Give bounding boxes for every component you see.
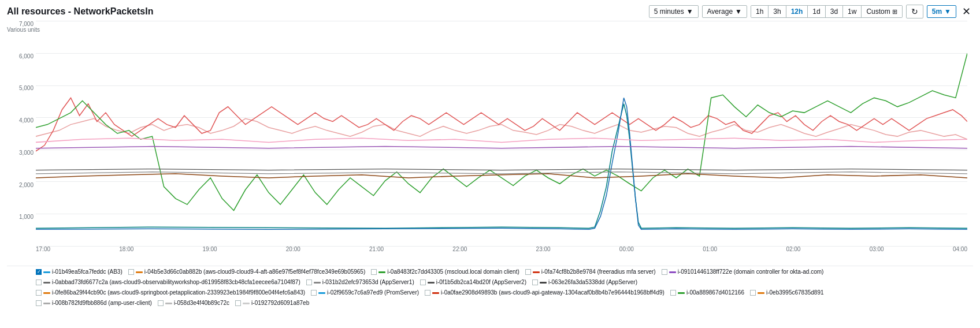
- legend-color-observability: [43, 282, 50, 284]
- legend-checkbox-019279[interactable]: [235, 300, 241, 306]
- legend-color-appserver2: [428, 282, 435, 284]
- legend-checkbox-appserver3[interactable]: [532, 279, 538, 285]
- stat-dropdown[interactable]: Average ▼: [702, 5, 747, 18]
- legend-label-observability: i-0abbad73fd6677c2a (aws-cloud9-observab…: [52, 278, 300, 287]
- y-label-1000: 1,000: [19, 214, 34, 220]
- legend-checkbox-promserver[interactable]: [311, 290, 317, 296]
- legend-checkbox-appserver1[interactable]: [306, 279, 312, 285]
- stat-chevron: ▼: [735, 8, 742, 16]
- legend-label-mscloud: i-0a8483f2c7dd43305 (mscloud.local domai…: [387, 267, 519, 277]
- period-chevron: ▼: [944, 8, 951, 16]
- interval-label: 5 minutes: [654, 8, 684, 16]
- legend-item-promserver: i-02f9659c7c6a97ed9 (PromServer): [311, 288, 419, 297]
- legend-item-ab3: ✓ i-01b49ea5fca7feddc (AB3): [36, 267, 122, 277]
- legend-item-appserver3: i-063e26fa3da5338dd (AppServer): [532, 278, 637, 287]
- legend-color-mscloud: [378, 271, 385, 273]
- time-btn-1h[interactable]: 1h: [751, 6, 769, 17]
- legend-item-observability: i-0abbad73fd6677c2a (aws-cloud9-observab…: [36, 278, 300, 287]
- legend-item-apigateway: i-0a0fae2908d49893b (aws-cloud9-api-gate…: [425, 288, 665, 297]
- legend-checkbox-ampuser[interactable]: [36, 300, 42, 306]
- legend-checkbox-apigateway[interactable]: [425, 290, 430, 296]
- legend-color-ab3: [43, 271, 50, 273]
- legend-item-springboot: i-0fe86ba29f44cb90c (aws-cloud9-springbo…: [36, 288, 305, 297]
- close-button[interactable]: ✕: [960, 5, 973, 18]
- x-label-0300: 03:00: [870, 246, 884, 252]
- legend-item-019279: i-0192792d6091a87eb: [235, 299, 309, 308]
- legend-checkbox-domainctrl[interactable]: [662, 269, 667, 275]
- custom-grid-icon: ⊞: [892, 8, 897, 16]
- period-label: 5m: [932, 8, 942, 16]
- chart-svg: [36, 21, 967, 246]
- legend-checkbox-058d3e[interactable]: [158, 300, 164, 306]
- legend-label-058d3e: i-058d3e4f40b89c72c: [174, 299, 229, 308]
- legend-color-domainctrl: [669, 271, 676, 273]
- legend-checkbox-appserver2[interactable]: [420, 279, 426, 285]
- legend-checkbox-00a889[interactable]: [670, 290, 676, 296]
- legend-item-cloud9-1: i-04b5e3d66c0ab882b (aws-cloud9-cloud9-4…: [128, 267, 366, 277]
- legend-row-3: i-0fe86ba29f44cb90c (aws-cloud9-springbo…: [36, 288, 967, 297]
- legend-color-appserver1: [314, 282, 321, 284]
- line-lightpink: [36, 138, 967, 142]
- legend-color-appserver3: [540, 282, 547, 284]
- y-label-3000: 3,000: [19, 150, 34, 156]
- legend-color-cloud9-1: [136, 271, 143, 273]
- legend-item-058d3e: i-058d3e4f40b89c72c: [158, 299, 229, 308]
- legend: ✓ i-01b49ea5fca7feddc (AB3) i-04b5e3d66c…: [7, 267, 973, 308]
- legend-label-0eb399: i-0eb3995c67835d891: [766, 288, 824, 297]
- period-dropdown[interactable]: 5m ▼: [927, 5, 956, 18]
- legend-color-058d3e: [165, 303, 172, 304]
- legend-label-freeradius: i-0fa74cf8b2b8e9784 (freeradius mfa serv…: [541, 267, 656, 277]
- chart-svg-container: [36, 21, 967, 246]
- line-pink: [36, 118, 967, 139]
- legend-item-domainctrl: i-09101446138ff722e (domain controller f…: [662, 267, 824, 277]
- y-label-6000: 6,000: [19, 53, 34, 59]
- x-label-2300: 23:00: [536, 246, 551, 252]
- y-label-4000: 4,000: [19, 117, 34, 124]
- y-label-7000: 7,000: [19, 21, 34, 27]
- legend-color-ampuser: [43, 303, 50, 304]
- line-darkgray: [36, 169, 967, 170]
- legend-color-apigateway: [432, 292, 439, 294]
- time-btn-3h[interactable]: 3h: [769, 6, 786, 17]
- legend-color-promserver: [318, 292, 325, 294]
- time-btn-custom[interactable]: Custom ⊞: [862, 6, 901, 17]
- legend-item-0eb399: i-0eb3995c67835d891: [750, 288, 824, 297]
- legend-checkbox-0eb399[interactable]: [750, 290, 756, 296]
- legend-label-appserver2: i-0f1b5db2ca14bd20f (AppServer2): [436, 278, 526, 287]
- time-btn-1d[interactable]: 1d: [808, 6, 825, 17]
- time-btn-12h[interactable]: 12h: [786, 6, 808, 17]
- refresh-icon: ↻: [911, 7, 918, 16]
- time-btn-3d[interactable]: 3d: [826, 6, 843, 17]
- legend-checkbox-springboot[interactable]: [36, 290, 42, 296]
- legend-checkbox-mscloud[interactable]: [371, 269, 377, 275]
- legend-item-appserver2: i-0f1b5db2ca14bd20f (AppServer2): [420, 278, 526, 287]
- line-purple: [36, 147, 967, 148]
- x-label-1800: 18:00: [119, 246, 133, 252]
- y-label-2000: 2,000: [19, 182, 34, 188]
- x-label-2200: 22:00: [452, 246, 467, 252]
- legend-color-00a889: [678, 292, 685, 294]
- x-label-2100: 21:00: [369, 246, 384, 252]
- refresh-button[interactable]: ↻: [906, 5, 923, 18]
- legend-checkbox-observability[interactable]: [36, 279, 42, 285]
- legend-label-promserver: i-02f9659c7c6a97ed9 (PromServer): [327, 288, 419, 297]
- legend-divider: [7, 266, 973, 266]
- legend-checkbox-cloud9-1[interactable]: [128, 269, 134, 275]
- time-btn-1w[interactable]: 1w: [843, 6, 862, 17]
- legend-checkbox-freeradius[interactable]: [525, 269, 531, 275]
- header: All resources - NetworkPacketsIn 5 minut…: [7, 5, 973, 18]
- legend-label-domainctrl: i-09101446138ff722e (domain controller f…: [678, 267, 824, 277]
- time-range-group: 1h 3h 12h 1d 3d 1w Custom ⊞: [751, 5, 903, 18]
- x-label-0100: 01:00: [703, 246, 717, 252]
- legend-label-019279: i-0192792d6091a87eb: [251, 299, 309, 308]
- x-label-0000: 00:00: [619, 246, 634, 252]
- legend-checkbox-ab3[interactable]: ✓: [36, 269, 42, 275]
- legend-row-2: i-0abbad73fd6677c2a (aws-cloud9-observab…: [36, 278, 967, 287]
- legend-color-springboot: [43, 292, 50, 294]
- interval-dropdown[interactable]: 5 minutes ▼: [649, 5, 699, 18]
- x-label-0200: 02:00: [786, 246, 800, 252]
- legend-color-0eb399: [758, 292, 764, 294]
- legend-label-ab3: i-01b49ea5fca7feddc (AB3): [52, 267, 122, 277]
- main-container: All resources - NetworkPacketsIn 5 minut…: [0, 0, 980, 328]
- legend-color-freeradius: [533, 271, 540, 273]
